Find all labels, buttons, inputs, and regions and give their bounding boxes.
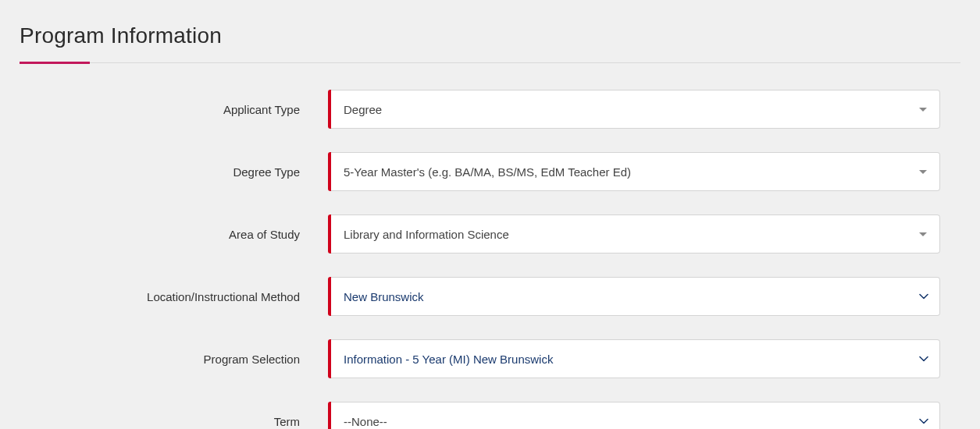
program-information-section: Program Information Applicant Type Degre… bbox=[0, 0, 980, 429]
control-location-method: New Brunswick bbox=[328, 277, 940, 316]
control-applicant-type: Degree bbox=[328, 90, 940, 129]
degree-type-dropdown[interactable]: 5-Year Master's (e.g. BA/MA, BS/MS, EdM … bbox=[331, 152, 940, 191]
location-method-select-wrap: New Brunswick bbox=[331, 277, 940, 316]
term-select[interactable]: --None-- bbox=[344, 402, 927, 429]
caret-down-icon bbox=[919, 170, 927, 174]
label-term: Term bbox=[20, 415, 328, 428]
control-term: --None-- bbox=[328, 402, 940, 429]
row-area-of-study: Area of Study Library and Information Sc… bbox=[20, 214, 960, 254]
program-selection-select-wrap: Information - 5 Year (MI) New Brunswick bbox=[331, 339, 940, 378]
area-of-study-value: Library and Information Science bbox=[344, 228, 509, 241]
section-divider bbox=[20, 62, 960, 63]
control-program-selection: Information - 5 Year (MI) New Brunswick bbox=[328, 339, 940, 378]
label-program-selection: Program Selection bbox=[20, 353, 328, 366]
program-selection-select[interactable]: Information - 5 Year (MI) New Brunswick bbox=[344, 340, 927, 378]
row-location-method: Location/Instructional Method New Brunsw… bbox=[20, 277, 960, 316]
row-degree-type: Degree Type 5-Year Master's (e.g. BA/MA,… bbox=[20, 152, 960, 191]
row-program-selection: Program Selection Information - 5 Year (… bbox=[20, 339, 960, 378]
area-of-study-dropdown[interactable]: Library and Information Science bbox=[331, 214, 940, 254]
caret-down-icon bbox=[919, 108, 927, 112]
control-area-of-study: Library and Information Science bbox=[328, 214, 940, 254]
row-term: Term --None-- bbox=[20, 402, 960, 429]
degree-type-value: 5-Year Master's (e.g. BA/MA, BS/MS, EdM … bbox=[344, 165, 631, 179]
label-degree-type: Degree Type bbox=[20, 165, 328, 179]
label-area-of-study: Area of Study bbox=[20, 228, 328, 241]
caret-down-icon bbox=[919, 232, 927, 236]
control-degree-type: 5-Year Master's (e.g. BA/MA, BS/MS, EdM … bbox=[328, 152, 940, 191]
term-select-wrap: --None-- bbox=[331, 402, 940, 429]
label-location-method: Location/Instructional Method bbox=[20, 290, 328, 303]
row-applicant-type: Applicant Type Degree bbox=[20, 90, 960, 129]
label-applicant-type: Applicant Type bbox=[20, 103, 328, 116]
applicant-type-value: Degree bbox=[344, 103, 382, 116]
section-title: Program Information bbox=[20, 23, 960, 48]
location-method-select[interactable]: New Brunswick bbox=[344, 278, 927, 315]
applicant-type-dropdown[interactable]: Degree bbox=[331, 90, 940, 129]
